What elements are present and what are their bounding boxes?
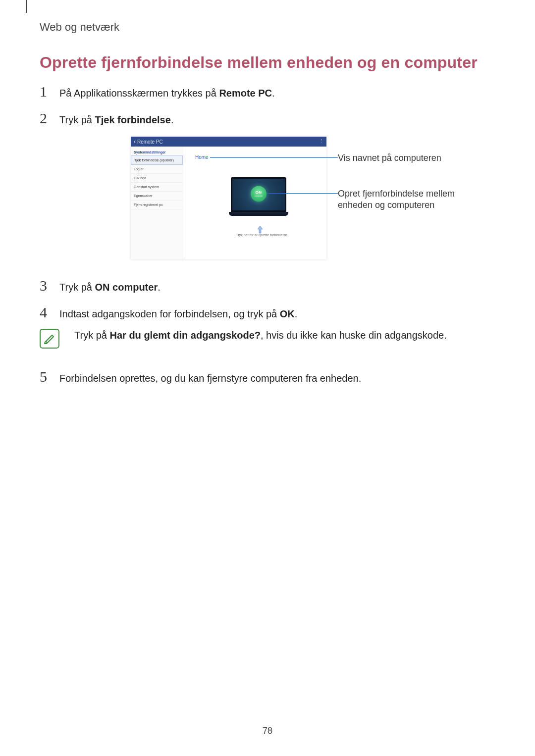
sidebar-item-shutdown[interactable]: Luk ned bbox=[131, 174, 183, 183]
back-chevron-icon[interactable]: ‹ bbox=[134, 138, 136, 145]
step-number: 3 bbox=[40, 277, 51, 294]
note-icon bbox=[40, 329, 59, 349]
sidebar-item-properties[interactable]: Egenskaber bbox=[131, 192, 183, 201]
app-title: Remote PC bbox=[137, 139, 163, 145]
laptop-illustration: ON computer bbox=[229, 177, 288, 216]
callout-on-caption: Opret fjernforbindelse mellem enheden og… bbox=[338, 188, 462, 210]
callout-line-on bbox=[268, 193, 338, 194]
callout-home-caption: Vis navnet på computeren bbox=[338, 152, 462, 164]
page-title: Oprette fjernforbindelse mellem enheden … bbox=[40, 53, 478, 72]
sidebar-item-logoff[interactable]: Log af bbox=[131, 165, 183, 174]
menu-dots-icon[interactable]: ⋮ bbox=[319, 138, 323, 145]
step-number: 4 bbox=[40, 304, 51, 321]
text: Tryk på bbox=[59, 282, 95, 293]
power-on-label: ON bbox=[256, 190, 262, 195]
step-1-text: På Applikationsskærmen trykkes på Remote… bbox=[59, 88, 275, 99]
page-number: 78 bbox=[263, 726, 272, 736]
text: Indtast adgangskoden for forbindelsen, o… bbox=[59, 308, 280, 319]
bold: ON computer bbox=[95, 282, 158, 293]
text: . bbox=[171, 114, 174, 125]
laptop-base bbox=[229, 212, 288, 216]
note-text: Tryk på Har du glemt din adgangskode?, h… bbox=[74, 329, 447, 342]
text: . bbox=[158, 282, 160, 293]
app-body: Systemindstillinger Tjek forbindelse (op… bbox=[131, 147, 326, 259]
sidebar-item-check-connection[interactable]: Tjek forbindelse (opdater) bbox=[131, 155, 183, 165]
sidebar-item-remove-pc[interactable]: Fjern registreret pc bbox=[131, 201, 183, 209]
step-number: 1 bbox=[40, 83, 51, 100]
step-3: 3 Tryk på ON computer. bbox=[40, 277, 160, 294]
section-label: Web og netværk bbox=[40, 21, 119, 34]
note-box: Tryk på Har du glemt din adgangskode?, h… bbox=[40, 329, 447, 349]
text: Tryk på bbox=[59, 114, 95, 125]
text: På Applikationsskærmen trykkes på bbox=[59, 88, 219, 99]
power-sub-label: computer bbox=[255, 195, 263, 197]
step-4-text: Indtast adgangskoden for forbindelsen, o… bbox=[59, 308, 297, 320]
laptop-screen-inner: ON computer bbox=[232, 179, 285, 210]
bold: Remote PC bbox=[219, 88, 272, 99]
step-5: 5 Forbindelsen oprettes, og du kan fjern… bbox=[40, 368, 361, 385]
page-top-rule bbox=[26, 0, 27, 13]
step-5-text: Forbindelsen oprettes, og du kan fjernst… bbox=[59, 373, 361, 384]
step-number: 5 bbox=[40, 368, 51, 385]
sidebar: Systemindstillinger Tjek forbindelse (op… bbox=[131, 147, 183, 259]
text: Tryk på bbox=[74, 330, 110, 341]
text: , hvis du ikke kan huske din adgangskode… bbox=[261, 330, 447, 341]
step-number: 2 bbox=[40, 110, 51, 127]
bold: Har du glemt din adgangskode? bbox=[110, 330, 261, 341]
sidebar-heading: Systemindstillinger bbox=[131, 149, 183, 155]
main-area: Home ON computer Tryk her for at o bbox=[183, 147, 326, 259]
remote-pc-app: ‹ Remote PC ⋮ Systemindstillinger Tjek f… bbox=[131, 137, 326, 259]
sidebar-item-restart[interactable]: Genstart system bbox=[131, 183, 183, 192]
bold: Tjek forbindelse bbox=[95, 114, 171, 125]
app-header: ‹ Remote PC ⋮ bbox=[131, 137, 326, 147]
step-4: 4 Indtast adgangskoden for forbindelsen,… bbox=[40, 304, 297, 321]
laptop-screen: ON computer bbox=[231, 177, 286, 212]
power-on-button[interactable]: ON computer bbox=[251, 186, 267, 202]
connect-hint: Tryk her for at oprette forbindelse bbox=[232, 233, 291, 237]
step-2-text: Tryk på Tjek forbindelse. bbox=[59, 114, 173, 126]
step-3-text: Tryk på ON computer. bbox=[59, 282, 160, 293]
step-1: 1 På Applikationsskærmen trykkes på Remo… bbox=[40, 83, 275, 100]
text: . bbox=[295, 308, 298, 319]
home-label[interactable]: Home bbox=[195, 154, 209, 160]
text: . bbox=[272, 88, 275, 99]
step-2: 2 Tryk på Tjek forbindelse. bbox=[40, 110, 173, 127]
bold: OK bbox=[280, 308, 295, 319]
callout-line-home bbox=[210, 157, 338, 158]
